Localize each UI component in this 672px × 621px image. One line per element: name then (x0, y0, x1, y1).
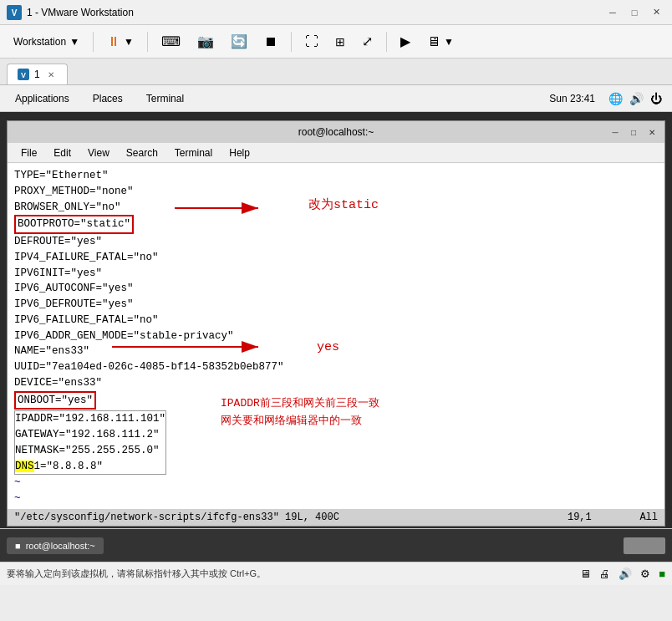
send-ctrl-alt-del-button[interactable]: ⌨ (155, 30, 187, 53)
svg-text:V: V (21, 71, 26, 79)
close-button[interactable]: ✕ (647, 3, 665, 22)
toolbar-sep-1 (93, 32, 94, 52)
vm-display-area[interactable]: Applications Places Terminal Sun 23:41 🌐… (0, 85, 672, 562)
terminal-window-buttons: ─ □ ✕ (608, 125, 659, 140)
system-clock: Sun 23:41 (549, 93, 595, 104)
notification-text: 要将输入定向到该虚拟机，请将鼠标指针移入其中或按 Ctrl+G。 (7, 568, 266, 580)
file-path: "/etc/sysconfig/network-scripts/ifcfg-en… (14, 512, 339, 523)
minimize-button[interactable]: ─ (603, 3, 622, 22)
terminal-window: root@localhost:~ ─ □ ✕ File Edit View Se… (7, 120, 665, 527)
annotation-yes: yes (317, 338, 339, 358)
console-button[interactable]: ▶ (394, 30, 417, 53)
annotation-ipaddr-line1: IPADDR前三段和网关前三段一致 (221, 395, 379, 413)
system-tray: 🌐 🔊 ⏻ (608, 92, 662, 105)
power-icon: ⏻ (650, 92, 662, 105)
terminal-close-button[interactable]: ✕ (644, 125, 659, 140)
pause-dropdown-icon: ▼ (124, 36, 134, 48)
unity-icon: ⊞ (335, 35, 345, 48)
dns1-line: DNS (15, 461, 34, 472)
terminal-taskbar-label: root@localhost:~ (26, 541, 95, 551)
annotation-gateway-line: 网关要和网络编辑器中的一致 (221, 413, 379, 430)
vm-taskbar: ■ root@localhost:~ (0, 528, 672, 562)
window-title: 1 - VMware Workstation (27, 7, 603, 18)
workstation-label: Workstation (13, 36, 66, 48)
suspend-icon: ⏹ (264, 34, 277, 49)
pause-icon: ⏸ (107, 34, 120, 49)
tab-close-button[interactable]: ✕ (45, 69, 57, 80)
workstation-menu[interactable]: Workstation ▼ (7, 33, 86, 51)
taskbar-notif-area (624, 537, 665, 554)
annotation-static: 改为static (308, 196, 379, 216)
terminal-view-menu[interactable]: View (81, 145, 116, 160)
terminal-edit-menu[interactable]: Edit (47, 145, 78, 160)
terminal-content[interactable]: TYPE="Ethernet" PROXY_METHOD="none" BROW… (8, 163, 664, 509)
fullscreen-icon: ⛶ (305, 34, 318, 49)
pause-button[interactable]: ⏸ ▼ (100, 31, 140, 53)
terminal-menu-item[interactable]: Terminal (141, 89, 189, 108)
svg-text:V: V (12, 8, 18, 18)
status-icon-5: ■ (659, 568, 665, 580)
status-icon-3: 🔊 (619, 568, 632, 580)
places-menu[interactable]: Places (88, 89, 128, 108)
snapshot-button[interactable]: 📷 (191, 30, 221, 53)
vmware-icon: V (7, 5, 22, 20)
console-icon: ▶ (400, 33, 410, 49)
terminal-minimize-button[interactable]: ─ (608, 125, 623, 140)
cursor-position: 19,1 All (568, 512, 658, 523)
file-info-bar: "/etc/sysconfig/network-scripts/ifcfg-en… (8, 509, 664, 526)
terminal-help-menu[interactable]: Help (222, 145, 257, 160)
toolbar-sep-4 (386, 32, 387, 52)
display-icon: 🖥 (427, 34, 440, 49)
scale-button[interactable]: ⤢ (355, 30, 379, 53)
camera-icon: 📷 (197, 33, 214, 49)
full-screen-button[interactable]: ⛶ (298, 31, 325, 53)
tab-label: 1 (34, 69, 40, 80)
terminal-maximize-button[interactable]: □ (626, 125, 641, 140)
status-icon-1: 🖥 (580, 568, 591, 580)
terminal-file-menu[interactable]: File (14, 145, 43, 160)
vmware-status-icons: 🖥 🖨 🔊 ⚙ ■ (580, 568, 665, 580)
vm-tab-icon: V (18, 69, 29, 80)
status-icon-2: 🖨 (599, 568, 610, 580)
display-dropdown: ▼ (444, 36, 454, 48)
applications-menu[interactable]: Applications (10, 89, 74, 108)
suspend-button[interactable]: ⏹ (257, 31, 284, 53)
terminal-menu-bar: File Edit View Search Terminal Help (8, 143, 664, 163)
dropdown-icon: ▼ (69, 36, 79, 48)
annotation-ipaddr: IPADDR前三段和网关前三段一致 网关要和网络编辑器中的一致 (221, 395, 379, 430)
vmware-statusbar: 要将输入定向到该虚拟机，请将鼠标指针移入其中或按 Ctrl+G。 🖥 🖨 🔊 ⚙… (0, 562, 672, 585)
terminal-taskbar-item[interactable]: ■ root@localhost:~ (7, 537, 104, 554)
network-icon: 🌐 (608, 92, 623, 105)
terminal-search-menu[interactable]: Search (120, 145, 165, 160)
revert-icon: 🔄 (231, 33, 247, 49)
tab-bar: V 1 ✕ (0, 59, 672, 85)
toolbar-sep-3 (291, 32, 292, 52)
toolbar: Workstation ▼ ⏸ ▼ ⌨ 📷 🔄 ⏹ ⛶ ⊞ ⤢ ▶ 🖥 ▼ (0, 25, 672, 59)
display-button[interactable]: 🖥 ▼ (420, 31, 461, 53)
onboot-line: ONBOOT="yes" (14, 391, 96, 410)
title-bar: V 1 - VMware Workstation ─ □ ✕ (0, 0, 672, 25)
scale-icon: ⤢ (362, 33, 373, 49)
bootproto-line: BOOTPROTO="static" (14, 215, 134, 234)
guest-os-bar: Applications Places Terminal Sun 23:41 🌐… (0, 85, 672, 112)
terminal-icon-black: ■ (15, 541, 21, 551)
keyboard-icon: ⌨ (161, 33, 181, 49)
volume-icon: 🔊 (629, 92, 644, 105)
window-controls: ─ □ ✕ (603, 3, 665, 22)
vm-tab-1[interactable]: V 1 ✕ (7, 64, 68, 84)
revert-button[interactable]: 🔄 (224, 30, 254, 53)
status-icon-4: ⚙ (640, 568, 650, 580)
toolbar-sep-2 (147, 32, 148, 52)
terminal-terminal-menu[interactable]: Terminal (168, 145, 219, 160)
unity-button[interactable]: ⊞ (328, 32, 352, 52)
restore-button[interactable]: □ (625, 3, 644, 22)
terminal-title: root@localhost:~ (298, 126, 374, 138)
terminal-titlebar: root@localhost:~ ─ □ ✕ (8, 121, 664, 143)
